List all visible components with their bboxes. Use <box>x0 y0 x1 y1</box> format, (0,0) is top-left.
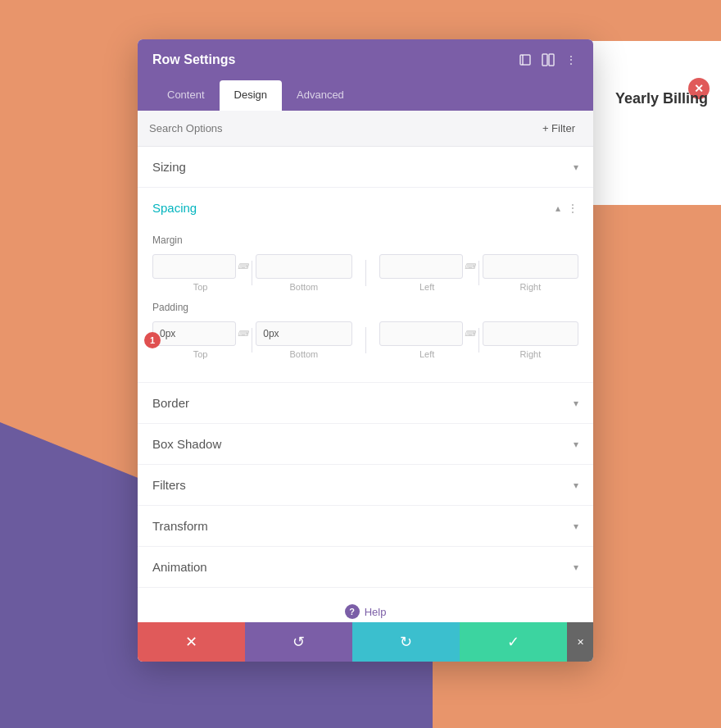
section-box-shadow: Box Shadow ▾ <box>138 424 593 465</box>
margin-pair-divider <box>365 260 366 286</box>
modal-header: Row Settings ⋮ <box>138 39 593 80</box>
filters-chevron-icon: ▾ <box>574 480 578 491</box>
spacing-title: Spacing <box>152 201 197 215</box>
margin-lr-divider <box>478 261 479 285</box>
border-header[interactable]: Border ▾ <box>138 383 593 423</box>
margin-top-input[interactable] <box>152 254 236 279</box>
padding-top-wrap: ⌨ Top <box>152 321 248 359</box>
more-icon[interactable]: ⋮ <box>564 52 578 67</box>
animation-header[interactable]: Animation ▾ <box>138 547 593 587</box>
margin-right-label: Right <box>520 282 542 292</box>
padding-label: Padding <box>152 302 578 313</box>
margin-tb-divider <box>252 261 252 285</box>
cancel-button[interactable]: ✕ <box>138 622 245 662</box>
sizing-chevron-icon: ▾ <box>574 162 578 173</box>
help-label: Help <box>365 606 387 618</box>
section-filters: Filters ▾ <box>138 465 593 506</box>
section-animation: Animation ▾ <box>138 547 593 588</box>
padding-left-right: ⌨ Left Right <box>379 321 579 359</box>
modal-title: Row Settings <box>152 52 235 67</box>
margin-top-wrap: ⌨ Top <box>152 254 248 292</box>
section-sizing: Sizing ▾ <box>138 147 593 188</box>
margin-bottom-label: Bottom <box>289 282 318 292</box>
spacing-content: Margin ⌨ Top <box>138 228 593 382</box>
save-button[interactable]: ✓ <box>460 622 567 662</box>
modal-footer: ✕ ↺ ↻ ✓ ✕ <box>138 622 593 662</box>
margin-top-bottom: ⌨ Top Bottom <box>152 254 352 292</box>
box-shadow-header[interactable]: Box Shadow ▾ <box>138 424 593 464</box>
margin-top-label: Top <box>193 282 208 292</box>
yearly-billing-text: Yearly Billing <box>615 90 708 107</box>
transform-header[interactable]: Transform ▾ <box>138 506 593 546</box>
transform-title: Transform <box>152 519 208 533</box>
padding-right-wrap: Right <box>483 321 578 359</box>
animation-chevron-icon: ▾ <box>574 562 578 573</box>
padding-top-responsive-icon: ⌨ <box>238 330 248 338</box>
padding-left-wrap: ⌨ Left <box>379 321 475 359</box>
tabs-bar: Content Design Advanced <box>138 80 593 111</box>
margin-bottom-wrap: Bottom <box>256 254 351 292</box>
spacing-chevron-icon: ▴ <box>555 202 560 214</box>
transform-chevron-icon: ▾ <box>574 521 578 532</box>
margin-right-input[interactable] <box>483 254 578 279</box>
padding-right-input[interactable] <box>483 321 578 346</box>
margin-left-right: ⌨ Left Right <box>379 254 579 292</box>
filter-button[interactable]: + Filter <box>536 119 582 138</box>
padding-bottom-wrap: Bottom <box>256 321 351 359</box>
filter-label: + Filter <box>542 122 575 134</box>
section-spacing: Spacing ▴ ⋮ Margin <box>138 188 593 383</box>
spacing-more-icon[interactable]: ⋮ <box>567 202 578 215</box>
bg-right-panel <box>574 41 721 205</box>
margin-label: Margin <box>152 234 578 246</box>
close-footer-button[interactable]: ✕ <box>567 622 593 662</box>
filters-title: Filters <box>152 478 186 492</box>
padding-left-responsive-icon: ⌨ <box>465 330 475 338</box>
help-icon: ? <box>345 604 360 619</box>
margin-left-responsive-icon: ⌨ <box>465 262 475 271</box>
svg-rect-3 <box>549 54 554 66</box>
padding-top-label: Top <box>193 349 208 359</box>
spacing-header[interactable]: Spacing ▴ ⋮ <box>138 188 593 228</box>
tab-advanced[interactable]: Advanced <box>282 80 359 111</box>
search-input[interactable] <box>149 122 313 134</box>
padding-left-label: Left <box>419 349 434 359</box>
padding-inputs: 1 ⌨ Top <box>152 321 578 359</box>
padding-tb-divider <box>252 328 252 353</box>
modal-header-icons: ⋮ <box>518 52 578 67</box>
filters-header[interactable]: Filters ▾ <box>138 465 593 505</box>
row-settings-modal: Row Settings ⋮ Content Design Advanced <box>138 39 593 662</box>
svg-rect-0 <box>520 55 530 65</box>
padding-top-input[interactable] <box>152 321 236 346</box>
spacing-icons: ▴ ⋮ <box>555 202 578 215</box>
padding-top-bottom: ⌨ Top Bottom <box>152 321 352 359</box>
undo-button[interactable]: ↺ <box>245 622 352 662</box>
border-title: Border <box>152 396 189 410</box>
screenshot-icon[interactable] <box>518 52 533 67</box>
margin-right-wrap: Right <box>483 254 578 292</box>
search-bar: + Filter <box>138 111 593 147</box>
padding-badge: 1 <box>144 332 161 348</box>
modal-body: + Filter Sizing ▾ Spacing ▴ ⋮ <box>138 111 593 622</box>
padding-left-input[interactable] <box>379 321 463 346</box>
box-shadow-title: Box Shadow <box>152 437 221 451</box>
border-chevron-icon: ▾ <box>574 398 578 409</box>
sections-list: Sizing ▾ Spacing ▴ ⋮ Margin <box>138 147 593 622</box>
padding-pair-divider <box>365 327 366 353</box>
margin-left-input[interactable] <box>379 254 463 279</box>
section-transform: Transform ▾ <box>138 506 593 547</box>
tab-design[interactable]: Design <box>220 80 282 111</box>
padding-bottom-input[interactable] <box>256 321 351 346</box>
margin-left-label: Left <box>419 282 434 292</box>
margin-left-wrap: ⌨ Left <box>379 254 475 292</box>
margin-inputs: ⌨ Top Bottom <box>152 254 578 292</box>
padding-lr-divider <box>478 328 479 353</box>
animation-title: Animation <box>152 560 207 574</box>
tab-content[interactable]: Content <box>152 80 220 111</box>
redo-button[interactable]: ↻ <box>352 622 460 662</box>
sizing-header[interactable]: Sizing ▾ <box>138 147 593 187</box>
margin-bottom-input[interactable] <box>256 254 351 279</box>
layout-icon[interactable] <box>541 52 555 67</box>
section-border: Border ▾ <box>138 383 593 424</box>
sizing-title: Sizing <box>152 160 186 174</box>
help-section[interactable]: ? Help <box>138 588 593 622</box>
